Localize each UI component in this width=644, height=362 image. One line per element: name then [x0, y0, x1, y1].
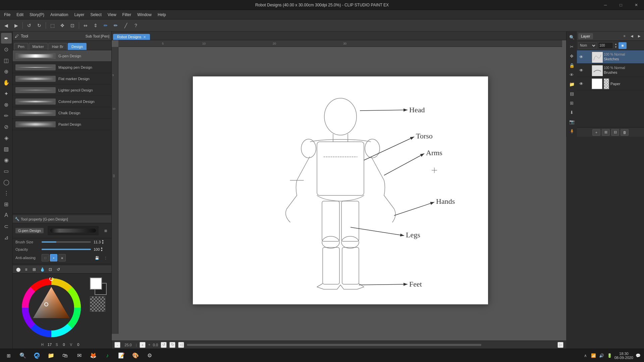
tool-rect[interactable]: ▭: [1, 166, 12, 176]
right-folder-btn[interactable]: 📁: [568, 80, 576, 88]
tool-fill[interactable]: ⊘: [1, 121, 12, 132]
right-camera-btn[interactable]: 📷: [568, 117, 576, 126]
taskbar-spotify-btn[interactable]: ♪: [101, 350, 113, 362]
taskbar-firefox-btn[interactable]: 🦊: [87, 350, 99, 362]
zoom-out-btn[interactable]: -: [114, 342, 120, 348]
color-text-icon[interactable]: ⊡: [47, 266, 54, 273]
layer-add-btn[interactable]: +: [592, 129, 600, 136]
tool-pen[interactable]: ✒: [1, 33, 12, 44]
tab-design[interactable]: Design: [68, 43, 87, 50]
tray-battery-icon[interactable]: 🔋: [606, 352, 613, 359]
brush-pastel[interactable]: Pastel Design: [13, 119, 111, 130]
layer-panel-expand[interactable]: ▶: [636, 33, 643, 40]
tab-marker[interactable]: Marker: [29, 43, 48, 50]
rotate-canvas-btn[interactable]: ↺: [161, 342, 167, 348]
tray-network-icon[interactable]: 📶: [590, 352, 597, 359]
color-history-icon[interactable]: ↺: [55, 266, 62, 273]
brush-chalk[interactable]: Chalk Design: [13, 107, 111, 119]
horizontal-scrollbar[interactable]: [187, 344, 555, 346]
tool-star[interactable]: ✦: [1, 88, 12, 99]
layer-eye-paper[interactable]: 👁: [578, 81, 584, 87]
taskbar-clock[interactable]: 18:30 08-09-2020: [614, 352, 633, 360]
blend-mode-select[interactable]: Nom Multiply Screen: [578, 42, 597, 49]
menu-view[interactable]: View: [105, 11, 119, 18]
taskbar-edge-btn[interactable]: [31, 350, 43, 362]
anti-alias-hard[interactable]: ■: [58, 254, 66, 261]
tool-move-layer[interactable]: ⊕: [1, 66, 12, 77]
tray-volume-icon[interactable]: 🔊: [598, 352, 605, 359]
taskbar-explorer-btn[interactable]: 📁: [45, 350, 57, 362]
color-swatches-icon[interactable]: ⊞: [31, 266, 38, 273]
document-tab-robot[interactable]: Robot Designs ✕: [113, 34, 150, 40]
tool-mesh[interactable]: ⋮: [1, 188, 12, 198]
tray-up-arrow[interactable]: ∧: [582, 352, 589, 359]
menu-animation[interactable]: Animation: [48, 11, 71, 18]
menu-story[interactable]: Story(P): [27, 11, 47, 18]
brush-size-slider[interactable]: [42, 241, 91, 243]
right-eye-btn[interactable]: 👁: [568, 70, 576, 79]
toolbar-left-arrow[interactable]: ◀: [1, 21, 11, 30]
taskbar-mail-btn[interactable]: ✉: [73, 350, 85, 362]
brush-gpen-design[interactable]: G-pen Design: [13, 50, 111, 62]
tool-pencil[interactable]: ✏: [1, 110, 12, 121]
taskbar-windows-btn[interactable]: ⊞: [3, 350, 15, 362]
tab-pen[interactable]: Pen: [14, 43, 28, 50]
toolbar-pen-blue[interactable]: ✏: [101, 21, 110, 30]
right-person-btn[interactable]: 🧍: [568, 127, 576, 135]
menu-filter[interactable]: Filter: [120, 11, 134, 18]
tool-perspective[interactable]: ⊿: [1, 232, 12, 243]
scroll-right-btn[interactable]: ▷: [557, 342, 564, 348]
property-save-btn[interactable]: 💾: [94, 255, 100, 261]
layer-panel-menu[interactable]: ≡: [621, 33, 628, 40]
brush-flat-marker[interactable]: Flat marker Design: [13, 73, 111, 84]
toolbar-rotate-left[interactable]: ↺: [24, 21, 34, 30]
color-slider-icon[interactable]: ≡: [23, 266, 30, 273]
tool-speech[interactable]: ⊂: [1, 221, 12, 232]
tool-circle[interactable]: ◯: [1, 177, 12, 187]
layer-eye-brushes[interactable]: 👁: [578, 67, 584, 73]
minimize-button[interactable]: ─: [598, 0, 613, 10]
layer-item-brushes[interactable]: 👁 100 % Normal Brushes: [577, 64, 644, 77]
toolbar-flip-v[interactable]: ⇕: [91, 21, 100, 30]
toolbar-pen-white[interactable]: ✏: [111, 21, 120, 30]
close-button[interactable]: ✕: [629, 0, 644, 10]
taskbar-search-btn[interactable]: 🔍: [17, 350, 29, 362]
tool-shape-fill[interactable]: ◉: [1, 155, 12, 165]
taskbar-word-btn[interactable]: 📝: [115, 350, 127, 362]
layer-tab[interactable]: Layer: [578, 33, 593, 39]
layer-delete-btn[interactable]: 🗑: [621, 129, 629, 136]
foreground-color[interactable]: [90, 278, 102, 290]
expand-btn[interactable]: ⊞: [103, 228, 109, 234]
tool-gradient[interactable]: ▨: [1, 143, 12, 154]
menu-file[interactable]: File: [1, 11, 13, 18]
brush-size-stepper[interactable]: ▲▼: [101, 239, 104, 245]
drawing-canvas[interactable]: .sketch { fill: none; stroke: #888; stro…: [193, 76, 488, 304]
tool-lasso[interactable]: ⊙: [1, 44, 12, 55]
opacity-arrows[interactable]: ▲▼: [614, 43, 617, 49]
taskbar-extra-btn[interactable]: ⚙: [144, 350, 156, 362]
menu-layer[interactable]: Layer: [71, 11, 87, 18]
brush-colored-pencil[interactable]: Colored pencil Design: [13, 96, 111, 107]
tray-notification-icon[interactable]: 💬: [635, 352, 641, 359]
maximize-button[interactable]: □: [613, 0, 629, 10]
color-wheel-svg[interactable]: [21, 278, 82, 338]
zoom-in-btn[interactable]: +: [140, 342, 146, 348]
anti-alias-none[interactable]: □: [42, 254, 49, 261]
layer-item-paper[interactable]: 👁 Paper: [577, 77, 644, 90]
menu-select[interactable]: Select: [88, 11, 104, 18]
layer-copy-btn[interactable]: ⊞: [602, 129, 610, 136]
right-merge-btn[interactable]: ⊞: [568, 99, 576, 107]
tool-hand[interactable]: ✋: [1, 77, 12, 88]
layer-opacity-input[interactable]: [598, 42, 613, 49]
navigate-btn[interactable]: ◁: [178, 342, 184, 348]
layer-item-sketches[interactable]: 👁 100 % Normal Sketches: [577, 50, 644, 64]
close-tab-icon[interactable]: ✕: [143, 35, 146, 39]
toolbar-question[interactable]: ?: [131, 21, 141, 30]
opacity-slider[interactable]: [42, 249, 91, 250]
color-eyedropper-icon[interactable]: 💧: [39, 266, 46, 273]
toolbar-pen-line[interactable]: ╱: [121, 21, 130, 30]
toolbar-flip-h[interactable]: ⇔: [81, 21, 90, 30]
tool-eraser[interactable]: ◫: [1, 55, 12, 66]
toolbar-right-arrow[interactable]: ▶: [11, 21, 21, 30]
taskbar-store-btn[interactable]: 🛍: [59, 350, 71, 362]
